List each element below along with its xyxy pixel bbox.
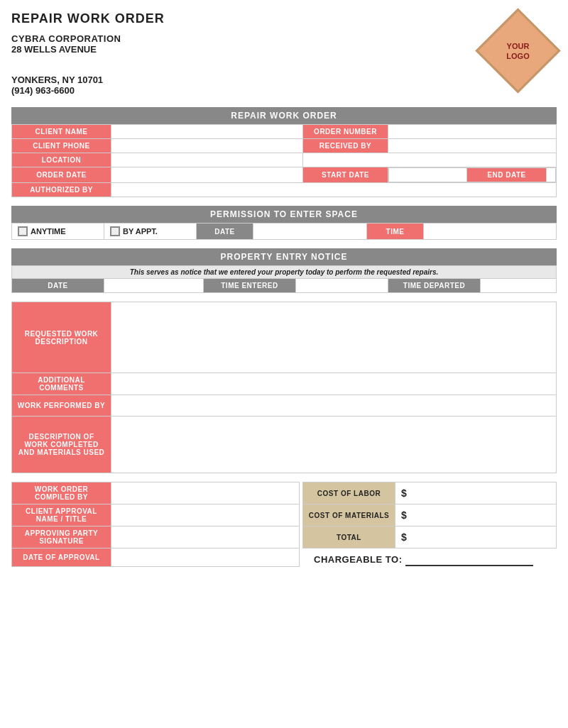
location-label: LOCATION [12,153,111,167]
received-by-value[interactable] [388,139,557,153]
client-approval-label: CLIENT APPROVAL NAME / TITLE [12,504,111,526]
date-label: DATE [197,224,253,240]
work-section-table: REQUESTED WORK DESCRIPTION ADDITIONAL CO… [11,302,557,473]
cost-of-materials-value[interactable]: $ [395,504,557,526]
approving-signature-value[interactable] [111,526,300,548]
company-phone: (914) 963-6600 [11,85,165,96]
company-city: YONKERS, NY 10701 [11,75,165,85]
time-departed-value[interactable] [481,279,557,293]
table-row: ADDITIONAL COMMENTS [12,373,557,395]
repair-order-header: REPAIR WORK ORDER [11,107,557,124]
received-by-label: RECEIVED BY [303,139,388,153]
client-name-value[interactable] [111,125,303,139]
table-row: AUTHORIZED BY [12,183,557,197]
time-entered-label: TIME ENTERED [204,279,296,293]
page-title: REPAIR WORK ORDER [11,11,165,26]
total-label: TOTAL [303,526,395,548]
work-performed-label: WORK PERFORMED BY [12,395,111,417]
work-order-compiled-value[interactable] [111,482,300,504]
table-row: WORK PERFORMED BY [12,395,557,417]
company-address-line1: 28 WELLS AVENUE [11,44,165,55]
authorized-by-value[interactable] [111,183,557,197]
start-date-label: START DATE [303,167,388,183]
by-appt-label: BY APPT. [123,227,158,236]
chargeable-to-value[interactable] [405,554,533,566]
table-row: DESCRIPTION OF WORK COMPLETED AND MATERI… [12,417,557,473]
table-row: CLIENT NAME ORDER NUMBER [12,125,557,139]
permission-header: PERMISSION TO ENTER SPACE [11,206,557,223]
company-info: REPAIR WORK ORDER CYBRA CORPORATION 28 W… [11,11,165,96]
order-date-label: ORDER DATE [12,167,111,183]
bottom-table: WORK ORDER COMPILED BY COST OF LABOR $ C… [11,482,557,567]
end-date-label: END DATE [466,168,546,182]
description-work-value[interactable] [111,417,557,473]
logo-text: YOURLOGO [506,40,529,61]
cost-of-labor-label: COST OF LABOR [303,482,395,504]
logo-container: YOURLOGO [479,11,557,89]
anytime-checkbox[interactable] [18,226,28,236]
chargeable-to-label: CHARGEABLE TO: [314,554,402,565]
table-row: CLIENT PHONE RECEIVED BY [12,139,557,153]
permission-date-value[interactable] [253,224,367,240]
work-performed-value[interactable] [111,395,557,417]
table-row: APPROVING PARTY SIGNATURE TOTAL $ [12,526,557,548]
location-extra-value[interactable] [303,153,557,167]
logo-diamond: YOURLOGO [475,8,560,93]
table-row: ANYTIME BY APPT. DATE TIME [12,224,557,240]
total-value[interactable]: $ [395,526,557,548]
table-row: WORK ORDER COMPILED BY COST OF LABOR $ [12,482,557,504]
order-number-label: ORDER NUMBER [303,125,388,139]
permission-table: ANYTIME BY APPT. DATE TIME [11,223,557,240]
authorized-by-label: AUTHORIZED BY [12,183,111,197]
work-order-compiled-label: WORK ORDER COMPILED BY [12,482,111,504]
anytime-label: ANYTIME [31,227,66,236]
cost-of-labor-value[interactable]: $ [395,482,557,504]
table-row: This serves as notice that we entered yo… [12,266,557,279]
entry-date-label: DATE [12,279,104,293]
table-row: CLIENT APPROVAL NAME / TITLE COST OF MAT… [12,504,557,526]
anytime-cell[interactable]: ANYTIME [12,224,104,240]
date-of-approval-value[interactable] [111,548,300,567]
order-date-value[interactable] [111,167,303,183]
property-entry-table: This serves as notice that we entered yo… [11,265,557,293]
table-row: ORDER DATE START DATE END DATE [12,167,557,183]
location-value[interactable] [111,153,303,167]
time-entered-value[interactable] [296,279,388,293]
start-date-value[interactable] [389,168,467,182]
property-entry-header: PROPERTY ENTRY NOTICE [11,248,557,265]
client-name-label: CLIENT NAME [12,125,111,139]
permission-time-value[interactable] [424,224,557,240]
repair-order-table: CLIENT NAME ORDER NUMBER CLIENT PHONE RE… [11,124,557,197]
time-label: TIME [367,224,424,240]
requested-work-label: REQUESTED WORK DESCRIPTION [12,302,111,373]
approving-signature-label: APPROVING PARTY SIGNATURE [12,526,111,548]
cost-of-materials-label: COST OF MATERIALS [303,504,395,526]
additional-comments-value[interactable] [111,373,557,395]
description-work-label: DESCRIPTION OF WORK COMPLETED AND MATERI… [12,417,111,473]
table-row: DATE TIME ENTERED TIME DEPARTED [12,279,557,293]
chargeable-row: CHARGEABLE TO: [314,548,557,566]
table-row: DATE OF APPROVAL CHARGEABLE TO: [12,548,557,567]
additional-comments-label: ADDITIONAL COMMENTS [12,373,111,395]
requested-work-value[interactable] [111,302,557,373]
page-header: REPAIR WORK ORDER CYBRA CORPORATION 28 W… [11,11,557,96]
client-approval-value[interactable] [111,504,300,526]
client-phone-label: CLIENT PHONE [12,139,111,153]
client-phone-value[interactable] [111,139,303,153]
time-departed-label: TIME DEPARTED [388,279,481,293]
table-row: LOCATION [12,153,557,167]
entry-date-value[interactable] [104,279,204,293]
by-appt-cell[interactable]: BY APPT. [104,224,197,240]
end-date-value[interactable] [547,168,556,182]
order-number-value[interactable] [388,125,557,139]
by-appt-checkbox[interactable] [110,226,120,236]
table-row: REQUESTED WORK DESCRIPTION [12,302,557,373]
property-notice-text: This serves as notice that we entered yo… [12,266,557,279]
date-of-approval-label: DATE OF APPROVAL [12,548,111,567]
company-name: CYBRA CORPORATION [11,33,165,44]
